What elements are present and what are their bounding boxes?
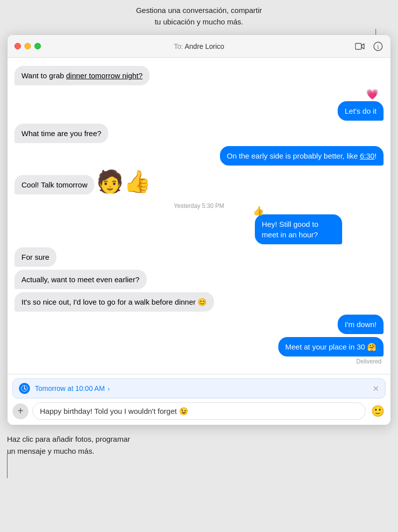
annotation-bottom: Haz clic para añadir fotos, programar un… [0, 425, 398, 462]
message-bubble: Let's do it [338, 101, 384, 121]
scheduled-banner[interactable]: Tomorrow at 10:00 AM › ✕ [12, 378, 386, 398]
tapback-emoji: 👍 [253, 205, 264, 216]
titlebar-icons: i [355, 41, 384, 52]
message-bubble: I'm down! [338, 315, 384, 334]
message-bubble: Hey! Still good to meet in an hour? [255, 214, 343, 244]
timestamp: Yesterday 5:30 PM [14, 202, 384, 209]
add-button[interactable]: + [12, 403, 28, 419]
minimize-button[interactable] [24, 43, 31, 49]
message-bubble: Cool! Talk tomorrow [14, 175, 94, 194]
annotation-top: Gestiona una conversación, compartir tu … [0, 0, 398, 34]
to-label: To: [174, 42, 183, 50]
maximize-button[interactable] [34, 43, 41, 49]
message-bubble: For sure [14, 247, 56, 267]
svg-rect-0 [356, 43, 362, 49]
memoji-sticker: 🧑👍 [96, 169, 151, 194]
message-row: I'm down! [14, 315, 384, 334]
input-area: Tomorrow at 10:00 AM › ✕ + 🙂 [7, 374, 391, 425]
message-bubble: It's so nice out, I'd love to go for a w… [14, 292, 214, 312]
message-row: On the early side is probably better, li… [14, 146, 384, 166]
message-row: For sure [14, 247, 384, 267]
scheduled-close-button[interactable]: ✕ [373, 384, 379, 393]
message-row: Let's do it [14, 101, 384, 121]
reaction-row: 💗 [14, 88, 384, 100]
message-bubble: Want to grab dinner tomorrow night? [14, 66, 150, 85]
message-row: Cool! Talk tomorrow 🧑👍 [14, 169, 384, 194]
titlebar-contact: To: Andre Lorico [174, 42, 224, 50]
chat-area: Want to grab dinner tomorrow night? 💗 Le… [7, 58, 391, 374]
input-row: + 🙂 [12, 402, 386, 420]
scheduled-icon [19, 383, 30, 394]
messages-window: To: Andre Lorico i Want to grab dinn [7, 34, 391, 425]
message-row: Want to grab dinner tomorrow night? [14, 66, 384, 85]
chevron-icon: › [108, 385, 110, 392]
delivered-label: Delivered [356, 358, 382, 365]
traffic-lights [14, 43, 41, 49]
message-bubble: Actually, want to meet even earlier? [14, 270, 147, 289]
close-button[interactable] [14, 43, 21, 49]
message-bubble: What time are you free? [14, 124, 108, 143]
message-row: What time are you free? [14, 124, 384, 143]
reaction-emoji: 💗 [366, 88, 379, 100]
contact-name: Andre Lorico [185, 42, 224, 50]
message-bubble: Meet at your place in 30 🤗 [278, 337, 384, 356]
scheduled-text: Tomorrow at 10:00 AM › [35, 384, 369, 392]
message-row: Actually, want to meet even earlier? [14, 270, 384, 289]
annotation-line-bottom [7, 453, 7, 478]
titlebar: To: Andre Lorico i [7, 35, 391, 58]
message-row: It's so nice out, I'd love to go for a w… [14, 292, 384, 312]
bubble-wrapper: 👍 Hey! Still good to meet in an hour? [255, 214, 384, 244]
message-input[interactable] [32, 402, 366, 420]
emoji-button[interactable]: 🙂 [370, 403, 386, 419]
message-row: 👍 Hey! Still good to meet in an hour? [14, 214, 384, 244]
video-call-button[interactable] [355, 41, 366, 52]
svg-text:i: i [377, 43, 379, 50]
info-button[interactable]: i [373, 41, 384, 52]
outgoing-group: Meet at your place in 30 🤗 Delivered [14, 337, 384, 365]
svg-line-5 [24, 389, 26, 390]
message-bubble: On the early side is probably better, li… [220, 146, 384, 166]
